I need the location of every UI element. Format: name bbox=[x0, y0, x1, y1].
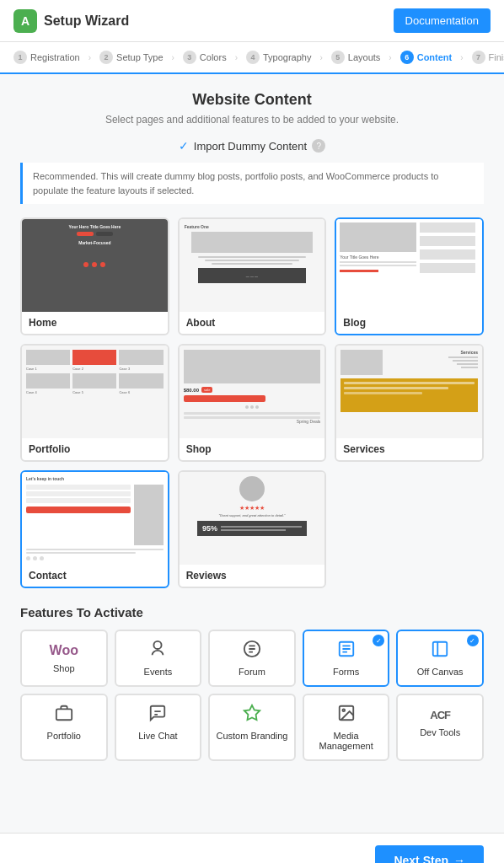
step-layouts[interactable]: 5 Layouts bbox=[326, 49, 386, 66]
step-label-registration: Registration bbox=[30, 52, 80, 62]
info-box: Recommended. This will create dummy blog… bbox=[20, 163, 484, 204]
reviews-pct-num: 95% bbox=[202, 524, 217, 533]
woo-icon: Woo bbox=[50, 640, 78, 659]
blog-line-1 bbox=[340, 261, 416, 263]
port-box-1 bbox=[26, 350, 70, 365]
cf-field-3 bbox=[26, 498, 131, 503]
header-title: Setup Wizard bbox=[44, 13, 129, 29]
page-card-about[interactable]: Feature One — — — About bbox=[178, 217, 327, 335]
services-img-box bbox=[340, 350, 383, 375]
step-registration[interactable]: 1 Registration bbox=[8, 49, 85, 66]
services-top-row: Services bbox=[340, 350, 478, 375]
blog-card-label: Blog bbox=[336, 312, 482, 334]
port-box-6 bbox=[119, 373, 163, 389]
port-item-6: Case 6 bbox=[119, 373, 163, 394]
shop-price-row: $80.00 sale bbox=[184, 387, 321, 393]
blog-red-line bbox=[340, 270, 378, 272]
dot-3 bbox=[100, 262, 105, 267]
feature-label-off-canvas: Off Canvas bbox=[417, 667, 464, 677]
page-card-blog[interactable]: Your Title Goes Here Blog bbox=[335, 217, 484, 335]
page-card-shop[interactable]: $80.00 sale Spring De bbox=[178, 344, 327, 462]
contact-card-label: Contact bbox=[22, 565, 168, 587]
svg-rect-3 bbox=[56, 709, 72, 720]
shop-dot-2 bbox=[250, 405, 254, 409]
feature-card-off-canvas[interactable]: ✓ Off Canvas bbox=[396, 630, 484, 687]
home-btn-red bbox=[77, 232, 94, 236]
feature-card-live-chat[interactable]: Live Chat bbox=[115, 694, 202, 761]
page-card-reviews[interactable]: ★★★★★ "Great support, and great attentio… bbox=[178, 470, 327, 588]
shop-dot-3 bbox=[255, 405, 259, 409]
cf-field-2 bbox=[26, 491, 131, 496]
about-line-1 bbox=[198, 256, 307, 258]
blog-img bbox=[340, 222, 416, 252]
features-grid: Woo Shop Events bbox=[20, 630, 484, 761]
blog-sidebar-3 bbox=[420, 249, 475, 260]
blog-line-2 bbox=[340, 265, 416, 266]
srv-line-4 bbox=[461, 367, 478, 368]
port-box-4 bbox=[26, 373, 70, 389]
contact-preview: Let's keep in touch bbox=[22, 472, 168, 565]
reviews-pct-lines bbox=[221, 526, 302, 531]
header: A Setup Wizard Documentation bbox=[0, 0, 504, 42]
step-setup-type[interactable]: 2 Setup Type bbox=[94, 49, 168, 66]
reviews-preview: ★★★★★ "Great support, and great attentio… bbox=[180, 472, 325, 565]
port-label-1: Case 1 bbox=[26, 367, 70, 371]
shop-sale-badge: sale bbox=[201, 387, 212, 393]
step-finish[interactable]: 7 Finish bbox=[467, 49, 504, 66]
live-chat-icon bbox=[148, 704, 167, 726]
wizard-container: A Setup Wizard Documentation 1 Registrat… bbox=[0, 0, 504, 863]
reviews-percent-bar: 95% bbox=[197, 521, 307, 536]
step-typography[interactable]: 4 Typography bbox=[241, 49, 316, 66]
import-check-icon: ✓ bbox=[179, 139, 189, 153]
page-title: Website Content bbox=[20, 91, 484, 109]
feature-label-forms: Forms bbox=[333, 667, 359, 677]
feature-label-events: Events bbox=[144, 667, 173, 677]
step-content[interactable]: 6 Content bbox=[395, 49, 458, 66]
pages-grid: Your Hero Title Goes Here Market-Focused bbox=[20, 217, 484, 588]
events-icon bbox=[148, 640, 167, 662]
contact-form-col bbox=[26, 485, 131, 545]
features-title: Features To Activate bbox=[20, 605, 484, 619]
import-dummy-row: ✓ Import Dummy Content ? bbox=[20, 139, 484, 153]
page-subtitle: Select pages and additional features to … bbox=[20, 114, 484, 126]
services-right-text: Services bbox=[448, 350, 478, 375]
step-num-6: 6 bbox=[400, 51, 414, 64]
feature-card-dev-tools[interactable]: ACF Dev Tools bbox=[396, 694, 484, 761]
page-card-services[interactable]: Services bbox=[335, 344, 484, 462]
feature-card-forms[interactable]: ✓ Forms bbox=[303, 630, 390, 687]
next-step-button[interactable]: Next Step → bbox=[375, 845, 484, 863]
port-label-5: Case 5 bbox=[72, 390, 116, 394]
help-icon[interactable]: ? bbox=[312, 139, 325, 153]
step-num-1: 1 bbox=[13, 51, 27, 64]
page-card-portfolio[interactable]: Case 1 Case 2 Case 3 Case 4 bbox=[20, 344, 169, 462]
step-num-5: 5 bbox=[331, 51, 345, 64]
svg-rect-2 bbox=[433, 642, 448, 657]
off-canvas-check-badge: ✓ bbox=[467, 635, 479, 646]
shop-price: $80.00 bbox=[184, 388, 199, 393]
port-item-3: Case 3 bbox=[119, 350, 163, 371]
feature-card-portfolio[interactable]: Portfolio bbox=[20, 694, 108, 761]
step-label-setup-type: Setup Type bbox=[116, 52, 163, 62]
about-preview: Feature One — — — bbox=[180, 219, 325, 312]
blog-preview: Your Title Goes Here bbox=[336, 219, 482, 312]
feature-card-media-management[interactable]: Media Management bbox=[303, 694, 390, 761]
documentation-button[interactable]: Documentation bbox=[394, 8, 491, 33]
step-colors[interactable]: 3 Colors bbox=[178, 49, 232, 66]
feature-card-forum[interactable]: Forum bbox=[208, 630, 296, 687]
about-card-label: About bbox=[180, 312, 325, 334]
srv-banner-line-1 bbox=[344, 382, 475, 384]
media-management-icon bbox=[337, 704, 356, 726]
step-divider-3: › bbox=[233, 53, 239, 62]
rpl-1 bbox=[221, 526, 302, 528]
feature-card-events[interactable]: Events bbox=[115, 630, 202, 687]
blog-post-title: Your Title Goes Here bbox=[340, 255, 416, 260]
step-label-content: Content bbox=[417, 52, 453, 62]
page-card-home[interactable]: Your Hero Title Goes Here Market-Focused bbox=[20, 217, 169, 335]
step-divider-5: › bbox=[387, 53, 393, 62]
cf-field-1 bbox=[26, 485, 131, 490]
page-card-contact[interactable]: Let's keep in touch bbox=[20, 470, 169, 588]
feature-card-custom-branding[interactable]: Custom Branding bbox=[208, 694, 296, 761]
logo-icon: A bbox=[13, 9, 37, 33]
feature-card-shop[interactable]: Woo Shop bbox=[20, 630, 108, 687]
contact-info-lines bbox=[26, 549, 164, 554]
